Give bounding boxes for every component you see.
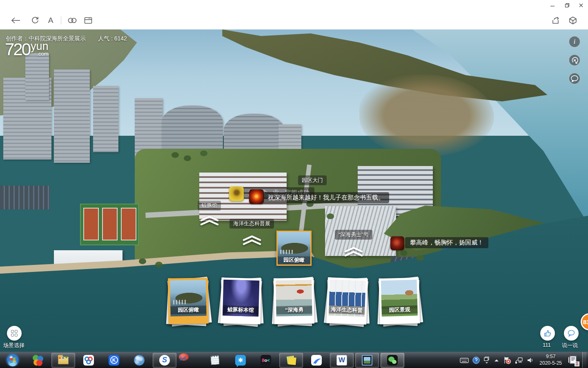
carousel-photo: 园区景观 [381,280,418,316]
danmaku-avatar-right [390,236,404,250]
gyroscope-button[interactable] [569,54,580,66]
pinwheel-icon [32,355,44,366]
scene-tower [25,53,49,100]
wechat-icon [387,355,398,366]
speech-bubble-icon [567,330,575,337]
link-button[interactable] [67,15,78,26]
show-hidden-icons[interactable] [494,358,499,362]
like-button[interactable] [540,326,555,341]
start-button[interactable] [1,353,24,368]
carousel-item-deep-sea-warrior[interactable]: “深海勇 [274,278,314,324]
minimize-button[interactable] [546,0,559,11]
chevron-hotspot[interactable] [200,216,219,226]
taskbar-globe-browser[interactable] [127,353,151,368]
carousel-label: 园区景观 [381,305,417,314]
keyboard-icon[interactable] [460,357,469,363]
scene-select-button[interactable] [7,326,22,341]
scene-trees [172,152,179,158]
logo-com: .com [37,51,48,56]
tray-clock[interactable]: 9:57 2020-5-25 [537,354,564,366]
comments-button[interactable] [569,73,580,84]
carousel-item-overview[interactable]: 园区俯瞰 [168,278,209,324]
say-something-label: 说一说 [562,342,578,349]
network-icon[interactable] [515,357,523,364]
carousel-photo: 海洋生态科普 [329,279,366,316]
circles-app-icon [83,355,94,366]
windows-start-icon [7,354,19,366]
danmaku-main: 祝深海所越来越好！我儿子在那念书五载。 [263,192,389,203]
taskbar-file-explorer[interactable] [51,353,75,368]
hotspot-eco-expo[interactable]: 海洋生态科普展 [229,219,274,229]
hotspot-overview-thumbnail[interactable]: 园区俯瞰 [276,231,312,266]
hotspot-whale-hall[interactable]: 鲸豚馆 [198,201,221,211]
danmaku-avatar-fire [249,189,264,204]
like-count: 111 [543,342,551,348]
scene-select-label: 场景选择 [3,342,24,349]
say-something-button[interactable] [564,326,579,341]
carousel-photo: 鲸豚标本馆 [223,280,259,316]
desktop: A [0,0,588,368]
bo-app-icon: 8o< [260,355,272,366]
action-center-flag-icon[interactable] [503,356,511,364]
carousel-item-ocean-eco[interactable]: 海洋生态科普 [326,277,368,324]
tray-date: 2020-5-25 [539,360,562,367]
back-button[interactable] [11,15,21,26]
refresh-button[interactable] [30,15,40,26]
s-browser-icon: S [159,355,170,366]
carousel-label: 海洋生态科普 [329,305,365,314]
tray-time: 9:57 [539,354,562,360]
browser-toolbar: A [0,11,588,29]
taskbar-sogou-browser[interactable]: S [153,353,176,368]
sticky-notes-icon [285,355,297,366]
thumbs-up-icon [543,329,552,337]
image-viewer-icon [361,355,373,366]
taskbar-circles-app[interactable] [77,353,100,368]
chevron-hotspot[interactable] [344,247,363,257]
taskbar-word[interactable]: W [330,353,354,368]
help-tray-icon[interactable] [472,357,480,364]
taskbar-k-app[interactable]: K [102,353,126,368]
popularity-label: 人气 : 6142 [98,35,127,42]
taskbar-star-chat-app[interactable]: ✱ [229,353,252,368]
restore-button[interactable] [560,0,574,11]
close-button[interactable] [574,0,588,11]
carousel-photo: “深海勇 [276,280,312,316]
taskbar-image-viewer[interactable] [355,353,379,368]
tray-notes-icon[interactable]: 1 [568,355,579,366]
site-logo[interactable]: 720 yun.com [5,41,49,58]
k-app-icon: K [108,355,120,366]
taskbar-thunder-download[interactable] [305,353,328,368]
hotspot-warrior[interactable]: “深海勇士”号 [335,230,372,240]
taskbar-wechat[interactable] [381,353,404,368]
carousel-item-whale-museum[interactable]: 鲸豚标本馆 [220,278,262,325]
share-button[interactable] [550,15,561,26]
language-bar-icon[interactable] [483,356,490,364]
globe-icon [134,355,145,366]
toolbar-separator [61,16,61,25]
carousel-label: 鲸豚标本馆 [223,305,258,314]
chevron-hotspot[interactable] [243,236,261,245]
star-chat-icon: ✱ [235,355,246,366]
show-desktop-button[interactable] [582,352,586,368]
hotspot-gate[interactable]: 园区大门 [298,175,327,185]
scene-tower [54,70,90,163]
system-tray: 9:57 2020-5-25 1 [460,352,588,368]
taskbar-notepad[interactable] [203,353,227,368]
save-window-button[interactable] [83,15,94,26]
taskbar-pinwheel-app[interactable] [26,353,50,368]
info-button[interactable]: i [569,36,580,47]
carousel-item-park-view[interactable]: 园区景观 [379,278,420,325]
taskbar-screenshot-tool[interactable]: ✂ [178,353,202,368]
scene-sports-courts [80,204,139,245]
volume-icon[interactable] [527,357,533,364]
taskbar-sticky-notes[interactable] [279,353,303,368]
taskbar: K S ✂ ✱ 8o< W [0,352,588,368]
text-size-button[interactable]: A [45,15,56,26]
notepad-icon [209,355,221,366]
carousel-label: “深海勇 [276,305,312,314]
bird-icon [311,355,322,366]
taskbar-media-app[interactable]: 8o< [254,353,278,368]
carousel-photo: 园区俯瞰 [170,280,207,316]
scene-solar-panels-left [0,186,50,209]
cube-button[interactable] [568,15,578,26]
